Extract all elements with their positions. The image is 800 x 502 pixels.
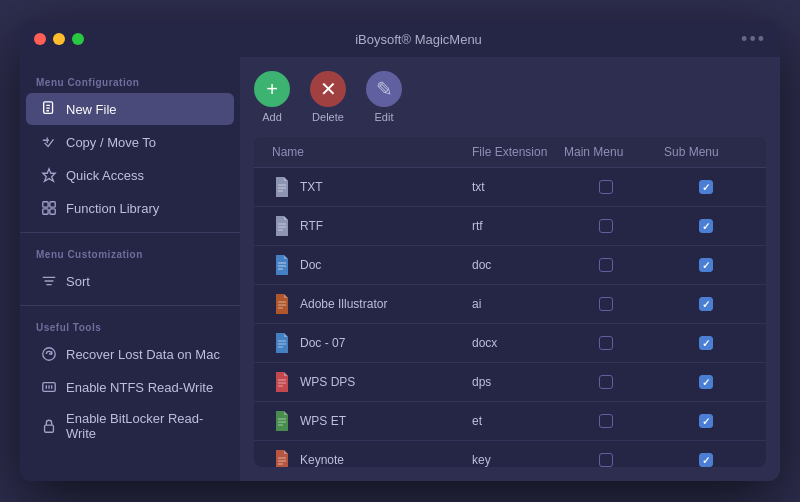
table-row[interactable]: TXTtxt — [254, 168, 766, 207]
new-file-icon — [40, 100, 58, 118]
cell-main-menu[interactable] — [556, 173, 656, 201]
window-menu-dots[interactable]: ••• — [741, 29, 766, 50]
cell-ext: ai — [464, 290, 556, 318]
bitlocker-icon — [40, 417, 58, 435]
cell-main-menu[interactable] — [556, 212, 656, 240]
menu-config-section-label: Menu Configuration — [20, 69, 240, 92]
close-button[interactable] — [34, 33, 46, 45]
cell-main-menu[interactable] — [556, 446, 656, 467]
cell-sub-menu[interactable] — [656, 368, 756, 396]
file-type-icon — [272, 370, 292, 394]
file-type-icon — [272, 253, 292, 277]
table-row[interactable]: RTFrtf — [254, 207, 766, 246]
cell-main-menu[interactable] — [556, 251, 656, 279]
sidebar-item-quick-access[interactable]: Quick Access — [26, 159, 234, 191]
cell-name: WPS DPS — [264, 363, 464, 401]
table-row[interactable]: Adobe Illustratorai — [254, 285, 766, 324]
col-header-ext: File Extension — [464, 137, 556, 167]
sidebar-item-new-file-label: New File — [66, 102, 117, 117]
svg-rect-19 — [45, 425, 54, 432]
sidebar-item-ntfs[interactable]: Enable NTFS Read-Write — [26, 371, 234, 403]
file-types-table: Name File Extension Main Menu Sub Menu T… — [254, 137, 766, 467]
sidebar-item-recover-label: Recover Lost Data on Mac — [66, 347, 220, 362]
app-title: iBoysoft® MagicMenu — [96, 32, 741, 47]
cell-name: Keynote — [264, 441, 464, 467]
sidebar: Menu Configuration New File — [20, 57, 240, 481]
useful-tools-section-label: Useful Tools — [20, 314, 240, 337]
delete-button-label: Delete — [312, 111, 344, 123]
cell-ext: key — [464, 446, 556, 467]
recover-icon — [40, 345, 58, 363]
table-row[interactable]: Docdoc — [254, 246, 766, 285]
edit-button-circle: ✎ — [366, 71, 402, 107]
table-header: Name File Extension Main Menu Sub Menu — [254, 137, 766, 168]
svg-rect-10 — [50, 209, 55, 214]
add-button-circle: + — [254, 71, 290, 107]
table-body: TXTtxt RTFrtf Docdoc Adobe Illustratorai… — [254, 168, 766, 467]
sidebar-item-bitlocker[interactable]: Enable BitLocker Read-Write — [26, 404, 234, 448]
content-area: Menu Configuration New File — [20, 57, 780, 481]
edit-button[interactable]: ✎ Edit — [366, 71, 402, 123]
cell-main-menu[interactable] — [556, 407, 656, 435]
file-type-icon — [272, 214, 292, 238]
cell-name: RTF — [264, 207, 464, 245]
sidebar-item-copy-move[interactable]: Copy / Move To — [26, 126, 234, 158]
cell-ext: et — [464, 407, 556, 435]
function-library-icon — [40, 199, 58, 217]
svg-marker-6 — [43, 169, 55, 181]
cell-sub-menu[interactable] — [656, 212, 756, 240]
sidebar-item-bitlocker-label: Enable BitLocker Read-Write — [66, 411, 220, 441]
sidebar-item-sort-label: Sort — [66, 274, 90, 289]
sidebar-item-new-file[interactable]: New File — [26, 93, 234, 125]
cell-sub-menu[interactable] — [656, 329, 756, 357]
cell-name: Doc — [264, 246, 464, 284]
col-header-main-menu: Main Menu — [556, 137, 656, 167]
titlebar: iBoysoft® MagicMenu ••• — [20, 21, 780, 57]
cell-ext: doc — [464, 251, 556, 279]
toolbar: + Add ✕ Delete ✎ Edit — [254, 71, 766, 123]
col-header-sub-menu: Sub Menu — [656, 137, 756, 167]
table-row[interactable]: WPS ETet — [254, 402, 766, 441]
sidebar-item-sort[interactable]: Sort — [26, 265, 234, 297]
cell-ext: txt — [464, 173, 556, 201]
delete-button[interactable]: ✕ Delete — [310, 71, 346, 123]
ntfs-icon — [40, 378, 58, 396]
cell-ext: rtf — [464, 212, 556, 240]
cell-sub-menu[interactable] — [656, 290, 756, 318]
quick-access-icon — [40, 166, 58, 184]
cell-sub-menu[interactable] — [656, 173, 756, 201]
copy-move-icon — [40, 133, 58, 151]
cell-sub-menu[interactable] — [656, 251, 756, 279]
sidebar-item-quick-access-label: Quick Access — [66, 168, 144, 183]
cell-name: TXT — [264, 168, 464, 206]
cell-main-menu[interactable] — [556, 368, 656, 396]
cell-ext: dps — [464, 368, 556, 396]
minimize-button[interactable] — [53, 33, 65, 45]
table-row[interactable]: WPS DPSdps — [254, 363, 766, 402]
svg-rect-7 — [43, 202, 48, 207]
sidebar-item-copy-move-label: Copy / Move To — [66, 135, 156, 150]
table-row[interactable]: Keynotekey — [254, 441, 766, 467]
edit-button-label: Edit — [375, 111, 394, 123]
sidebar-item-function-library[interactable]: Function Library — [26, 192, 234, 224]
cell-name: Doc - 07 — [264, 324, 464, 362]
file-type-icon — [272, 448, 292, 467]
cell-name: Adobe Illustrator — [264, 285, 464, 323]
file-type-icon — [272, 292, 292, 316]
sidebar-divider-1 — [20, 232, 240, 233]
cell-sub-menu[interactable] — [656, 407, 756, 435]
main-area: + Add ✕ Delete ✎ Edit Name File Extensio… — [240, 57, 780, 481]
sidebar-item-ntfs-label: Enable NTFS Read-Write — [66, 380, 213, 395]
add-button[interactable]: + Add — [254, 71, 290, 123]
table-row[interactable]: Doc - 07docx — [254, 324, 766, 363]
cell-name: WPS ET — [264, 402, 464, 440]
sidebar-divider-2 — [20, 305, 240, 306]
cell-sub-menu[interactable] — [656, 446, 756, 467]
cell-main-menu[interactable] — [556, 290, 656, 318]
menu-custom-section-label: Menu Customization — [20, 241, 240, 264]
cell-main-menu[interactable] — [556, 329, 656, 357]
maximize-button[interactable] — [72, 33, 84, 45]
cell-ext: docx — [464, 329, 556, 357]
col-header-name: Name — [264, 137, 464, 167]
sidebar-item-recover[interactable]: Recover Lost Data on Mac — [26, 338, 234, 370]
